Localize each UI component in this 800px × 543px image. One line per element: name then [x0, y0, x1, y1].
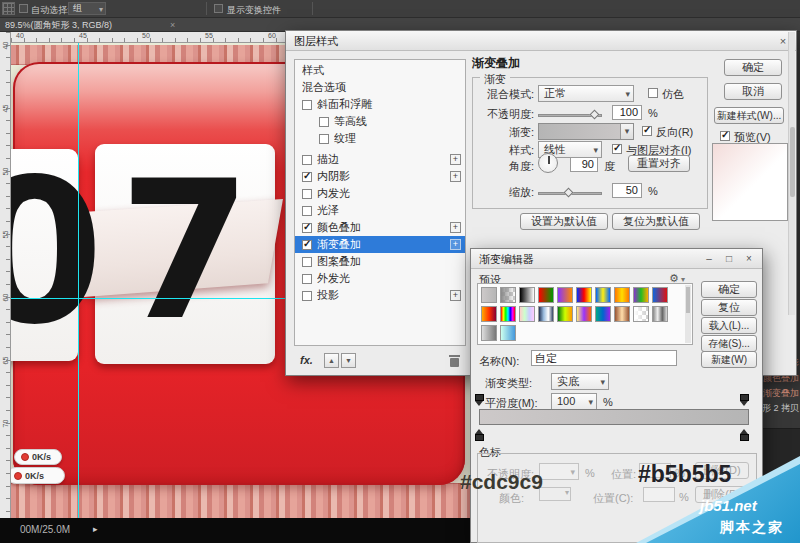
style-list-item-12[interactable]: 外发光	[295, 270, 465, 287]
preview-checkbox[interactable]	[720, 131, 730, 141]
dither-checkbox[interactable]	[648, 88, 658, 98]
gradient-preset-13[interactable]	[538, 306, 554, 322]
gradient-preset-14[interactable]	[557, 306, 573, 322]
add-effect-icon[interactable]: +	[450, 222, 461, 233]
gradient-preset-3[interactable]	[538, 287, 554, 303]
style-list-item-6[interactable]: 内阴影+	[295, 168, 465, 185]
style-list-item-13[interactable]: 投影+	[295, 287, 465, 304]
gradient-preset-12[interactable]	[519, 306, 535, 322]
scrollbar-thumb[interactable]	[686, 287, 690, 313]
style-list-item-2[interactable]: 斜面和浮雕	[295, 96, 465, 113]
gradient-preset-2[interactable]	[519, 287, 535, 303]
gradient-preset-17[interactable]	[614, 306, 630, 322]
style-list-scrollbar[interactable]	[788, 32, 795, 315]
add-effect-icon[interactable]: +	[450, 171, 461, 182]
tab-close-icon[interactable]: ×	[170, 18, 175, 32]
style-list-item-10[interactable]: 渐变叠加+	[295, 236, 465, 253]
style-list-item-1[interactable]: 混合选项	[295, 79, 465, 96]
reset-align-button[interactable]: 重置对齐	[628, 155, 690, 172]
style-list-item-9[interactable]: 颜色叠加+	[295, 219, 465, 236]
gradient-preset-4[interactable]	[557, 287, 573, 303]
effect-checkbox[interactable]	[302, 240, 312, 250]
gradient-preset-9[interactable]	[652, 287, 668, 303]
gradient-picker[interactable]: ▾	[538, 123, 634, 140]
effect-checkbox[interactable]	[319, 134, 329, 144]
add-effect-icon[interactable]: +	[450, 290, 461, 301]
gradient-preset-21[interactable]	[500, 325, 516, 341]
gradient-preset-1[interactable]	[500, 287, 516, 303]
color-stop-left[interactable]	[475, 428, 484, 441]
effect-checkbox[interactable]	[302, 100, 312, 110]
style-list-item-4[interactable]: 纹理	[295, 130, 465, 147]
add-effect-icon[interactable]: +	[450, 239, 461, 250]
smoothness-select[interactable]: 100	[551, 393, 597, 410]
add-effect-icon[interactable]: +	[450, 154, 461, 165]
style-list-item-8[interactable]: 光泽	[295, 202, 465, 219]
delete-effect-icon[interactable]	[449, 354, 460, 367]
cancel-button[interactable]: 取消	[724, 83, 782, 100]
fx-icon[interactable]: fx.	[300, 354, 313, 366]
gradient-preset-19[interactable]	[652, 306, 668, 322]
effect-checkbox[interactable]	[302, 206, 312, 216]
effect-checkbox[interactable]	[302, 223, 312, 233]
gradient-preset-18[interactable]	[633, 306, 649, 322]
presets-scrollbar[interactable]	[685, 285, 691, 343]
ruler-vertical[interactable]: 40455055606570	[0, 32, 11, 518]
show-transform-checkbox[interactable]	[214, 4, 223, 13]
set-default-button[interactable]: 设置为默认值	[520, 213, 608, 230]
gradient-preset-8[interactable]	[633, 287, 649, 303]
gradient-preset-16[interactable]	[595, 306, 611, 322]
minimize-icon[interactable]: –	[702, 252, 716, 266]
effect-checkbox[interactable]	[302, 189, 312, 199]
close-icon[interactable]: ×	[742, 252, 756, 266]
new-button[interactable]: 新建(W)	[701, 351, 757, 368]
gradient-preset-10[interactable]	[481, 306, 497, 322]
gradient-preset-6[interactable]	[595, 287, 611, 303]
gradient-type-select[interactable]: 实底	[551, 373, 609, 390]
opacity-value[interactable]: 100	[612, 105, 642, 120]
move-tool-icon[interactable]	[2, 2, 15, 15]
save-button[interactable]: 存储(S)...	[701, 335, 757, 352]
style-list-item-0[interactable]: 样式	[295, 62, 465, 79]
dialog-titlebar[interactable]: 渐变编辑器	[471, 249, 762, 269]
ok-button[interactable]: 确定	[701, 281, 757, 298]
angle-dial[interactable]	[538, 153, 558, 173]
new-style-button[interactable]: 新建样式(W)...	[714, 107, 784, 124]
style-list-item-3[interactable]: 等高线	[295, 113, 465, 130]
auto-select-dropdown[interactable]: 组	[68, 2, 106, 15]
effect-checkbox[interactable]	[302, 274, 312, 284]
scale-slider[interactable]	[538, 192, 602, 195]
color-stop-right[interactable]	[740, 428, 749, 441]
layer-effect-item[interactable]: 渐变叠加	[763, 386, 799, 401]
maximize-icon[interactable]: □	[722, 252, 736, 266]
gradient-bar[interactable]	[479, 409, 749, 425]
reverse-checkbox[interactable]	[642, 126, 652, 136]
auto-select-checkbox[interactable]	[19, 4, 28, 13]
document-title[interactable]: 89.5%(圆角矩形 3, RGB/8)	[5, 18, 112, 32]
scrollbar-thumb[interactable]	[790, 127, 795, 197]
style-list-item-7[interactable]: 内发光	[295, 185, 465, 202]
load-button[interactable]: 载入(L)...	[701, 317, 757, 334]
status-arrow-icon[interactable]: ▸	[93, 524, 98, 534]
guide-vertical[interactable]	[78, 43, 79, 518]
align-checkbox[interactable]	[612, 144, 622, 154]
effect-checkbox[interactable]	[319, 117, 329, 127]
angle-value[interactable]: 90	[570, 157, 598, 172]
dialog-titlebar[interactable]: 图层样式	[286, 31, 796, 51]
opacity-stop-right[interactable]	[740, 394, 749, 407]
gradient-preset-20[interactable]	[481, 325, 497, 341]
effect-checkbox[interactable]	[302, 172, 312, 182]
name-input[interactable]	[531, 350, 677, 366]
opacity-stop-left[interactable]	[475, 394, 484, 407]
gradient-preset-11[interactable]	[500, 306, 516, 322]
scale-value[interactable]: 50	[612, 183, 642, 198]
style-list-item-5[interactable]: 描边+	[295, 151, 465, 168]
effect-checkbox[interactable]	[302, 257, 312, 267]
style-list-item-11[interactable]: 图案叠加	[295, 253, 465, 270]
chevron-down-icon[interactable]: ▾	[620, 124, 633, 139]
move-effect-down-icon[interactable]: ▼	[341, 353, 356, 368]
gradient-preset-7[interactable]	[614, 287, 630, 303]
reset-default-button[interactable]: 复位为默认值	[612, 213, 700, 230]
gradient-preset-15[interactable]	[576, 306, 592, 322]
ok-button[interactable]: 确定	[724, 59, 782, 76]
